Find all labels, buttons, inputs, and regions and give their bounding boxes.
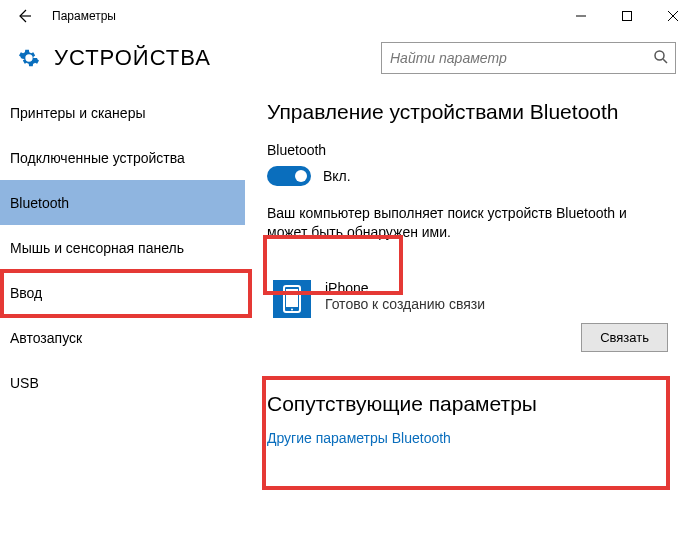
toggle-knob [295, 170, 307, 182]
sidebar-item-label: Подключенные устройства [10, 150, 185, 166]
toggle-state-label: Вкл. [323, 168, 351, 184]
other-bluetooth-link[interactable]: Другие параметры Bluetooth [267, 430, 672, 446]
search-icon [652, 48, 670, 70]
sidebar-item-label: Bluetooth [10, 195, 69, 211]
sidebar-item-label: Принтеры и сканеры [10, 105, 145, 121]
page-title: УСТРОЙСТВА [54, 45, 211, 71]
minimize-icon [576, 11, 586, 21]
sidebar-item-input[interactable]: Ввод [0, 270, 245, 315]
related-heading: Сопутствующие параметры [267, 392, 672, 416]
sidebar: Принтеры и сканеры Подключенные устройст… [0, 84, 245, 544]
sidebar-item-autoplay[interactable]: Автозапуск [0, 315, 245, 360]
phone-icon [273, 280, 311, 318]
bluetooth-toggle[interactable] [267, 166, 311, 186]
description-text: Ваш компьютер выполняет поиск устройств … [267, 204, 667, 242]
minimize-button[interactable] [558, 0, 604, 32]
search-input[interactable] [381, 42, 676, 74]
sidebar-item-bluetooth[interactable]: Bluetooth [0, 180, 245, 225]
sidebar-item-label: USB [10, 375, 39, 391]
content: Управление устройствами Bluetooth Blueto… [245, 84, 696, 544]
header: УСТРОЙСТВА [0, 32, 696, 84]
gear-icon [18, 47, 40, 69]
pair-button[interactable]: Связать [581, 323, 668, 352]
sidebar-item-connected[interactable]: Подключенные устройства [0, 135, 245, 180]
back-button[interactable] [0, 0, 48, 32]
window-title: Параметры [52, 9, 116, 23]
svg-point-4 [291, 308, 293, 310]
bluetooth-label: Bluetooth [267, 142, 672, 158]
sidebar-item-mouse[interactable]: Мышь и сенсорная панель [0, 225, 245, 270]
device-name: iPhone [325, 280, 485, 296]
sidebar-item-label: Мышь и сенсорная панель [10, 240, 184, 256]
sidebar-item-label: Ввод [10, 285, 42, 301]
device-status: Готово к созданию связи [325, 296, 485, 312]
sidebar-item-usb[interactable]: USB [0, 360, 245, 405]
sidebar-item-printers[interactable]: Принтеры и сканеры [0, 90, 245, 135]
titlebar: Параметры [0, 0, 696, 32]
content-heading: Управление устройствами Bluetooth [267, 100, 672, 124]
arrow-left-icon [16, 8, 32, 24]
svg-rect-3 [286, 289, 298, 307]
device-text: iPhone Готово к созданию связи [325, 280, 485, 312]
toggle-row: Вкл. [267, 166, 672, 186]
maximize-button[interactable] [604, 0, 650, 32]
svg-rect-0 [623, 12, 632, 21]
device-card[interactable]: iPhone Готово к созданию связи Связать [267, 272, 672, 358]
search-box [381, 42, 676, 74]
window-controls [558, 0, 696, 32]
sidebar-item-label: Автозапуск [10, 330, 82, 346]
svg-point-1 [655, 51, 664, 60]
maximize-icon [622, 11, 632, 21]
close-button[interactable] [650, 0, 696, 32]
close-icon [668, 11, 678, 21]
